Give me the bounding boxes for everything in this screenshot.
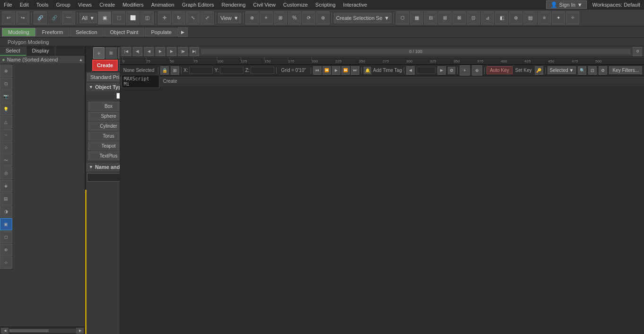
tab-object-paint[interactable]: Object Paint [104, 28, 145, 36]
timeline-progress[interactable]: 0 / 100 [201, 49, 631, 54]
extra1-btn[interactable]: ✦ [552, 11, 565, 25]
rotate-tool[interactable]: ↻ [172, 11, 185, 25]
time-nav-next-key[interactable]: |▶ [178, 47, 188, 56]
menu-customize[interactable]: Customize [279, 1, 312, 9]
snap2-btn[interactable]: ⊞ [274, 11, 287, 25]
sidebar-icon-body[interactable]: ◎ [0, 167, 12, 179]
bind-space-warp[interactable]: 〰 [62, 11, 75, 25]
set-key-btn[interactable]: ⊛ [472, 65, 482, 76]
scroll-left-btn[interactable]: ◀ [1, 328, 9, 334]
align4-btn[interactable]: ⊡ [467, 11, 480, 25]
scroll-track[interactable] [9, 329, 76, 333]
select-region2[interactable]: ⬜ [126, 11, 139, 25]
obj-box[interactable]: Box [88, 102, 120, 111]
standard-primitives-dropdown[interactable]: Standard Primitives ▼ [87, 73, 120, 81]
play-prev-frame[interactable]: ⏪ [322, 66, 331, 75]
undo-button[interactable]: ↩ [2, 11, 15, 25]
absolute-btn[interactable]: ⊞ [171, 66, 179, 75]
y-input[interactable] [220, 67, 244, 74]
z-input[interactable] [251, 67, 274, 74]
sidebar-icon-layer[interactable]: ▤ [0, 193, 12, 205]
explorer-tab-select[interactable]: Select [0, 46, 26, 56]
tab-more[interactable]: ▶ [178, 27, 188, 37]
ribbon-btn[interactable]: ≡ [538, 11, 551, 25]
align3-btn[interactable]: ⊠ [453, 11, 466, 25]
sidebar-icon-filter[interactable]: ⊡ [0, 78, 12, 90]
tab-selection[interactable]: Selection [70, 28, 103, 36]
misc-btn[interactable]: ⊛ [316, 11, 330, 25]
sidebar-icon-shapes[interactable]: △ [0, 116, 12, 128]
sidebar-icon-misc[interactable]: ⊛ [0, 244, 12, 256]
menu-civil-view[interactable]: Civil View [249, 1, 279, 9]
add-key-btn[interactable]: + [460, 65, 470, 76]
sidebar-icon-helper[interactable]: ☆ [0, 141, 12, 154]
sidebar-icon-1[interactable]: ⊕ [0, 65, 12, 77]
menu-group[interactable]: Group [52, 1, 74, 9]
set-key-mode-btn[interactable]: 🔑 [535, 66, 543, 75]
name-color-header[interactable]: ▼ Name and Color [86, 163, 120, 171]
time-nav-prev-key[interactable]: ◀| [133, 47, 142, 56]
object-name-input[interactable] [87, 173, 120, 182]
search-btn[interactable]: 🔍 [578, 66, 586, 75]
sidebar-icon-misc2[interactable]: ⊹ [0, 256, 12, 269]
filter-key-btn[interactable]: ⊡ [588, 66, 597, 75]
time-left-btn[interactable]: ◀ [406, 66, 415, 75]
menu-tools[interactable]: Tools [33, 1, 52, 9]
menu-create[interactable]: Create [96, 1, 119, 9]
sidebar-icon-hide[interactable]: ◑ [0, 205, 12, 218]
x-input[interactable] [189, 67, 213, 74]
settings-btn[interactable]: ⚙ [599, 66, 607, 75]
tab-populate[interactable]: Populate [145, 28, 177, 36]
play-first-frame[interactable]: ⏮ [313, 66, 322, 75]
mirror-btn[interactable]: ⬡ [396, 11, 409, 25]
create-panel-icon[interactable]: + [93, 47, 104, 59]
scroll-right-btn[interactable]: ▶ [76, 328, 84, 334]
obj-textplus[interactable]: TextPlus [88, 151, 120, 160]
obj-torus[interactable]: Torus [88, 132, 120, 141]
modify-panel-icon[interactable]: ⊠ [105, 47, 117, 59]
add-time-tag-icon[interactable]: 🔔 [364, 67, 371, 74]
menu-rendering[interactable]: Rendering [218, 1, 250, 9]
explorer-header[interactable]: ● Name (Sorted Ascend ▲ [0, 56, 85, 64]
spinner-btn[interactable]: ⟳ [302, 11, 315, 25]
unlink-button[interactable]: 🔗 [48, 11, 61, 25]
snap-btn[interactable]: + [260, 11, 273, 25]
lock-selection-btn[interactable]: 🔒 [160, 66, 169, 75]
menu-animation[interactable]: Animation [148, 1, 178, 9]
autogrid-checkbox[interactable] [116, 93, 120, 99]
menu-edit[interactable]: Edit [16, 1, 33, 9]
view-dropdown[interactable]: View ▼ [218, 13, 241, 23]
obj-cylinder[interactable]: Cylinder [88, 122, 120, 131]
create-selection-set[interactable]: Create Selection Se ▼ [334, 13, 392, 23]
menu-scripting[interactable]: Scripting [312, 1, 339, 9]
link-button[interactable]: 🔗 [34, 11, 47, 25]
window-crossing[interactable]: ◫ [140, 11, 154, 25]
selected-dropdown[interactable]: Selected ▼ [548, 66, 576, 74]
scale-tool2[interactable]: ⤢ [200, 11, 214, 25]
sidebar-icon-bone[interactable]: ◈ [0, 180, 12, 192]
auto-key-btn[interactable]: Auto Key [487, 66, 513, 74]
explorer-tab-display[interactable]: Display [26, 46, 55, 56]
percentsnap-btn[interactable]: % [288, 11, 301, 25]
key-filters-btn[interactable]: Key Filters... [609, 66, 642, 74]
create-button[interactable]: Create [92, 60, 118, 71]
obj-sphere[interactable]: Sphere [88, 112, 120, 121]
timeline-ruler[interactable]: 0 25 50 75 100 125 150 175 200 225 250 2… [120, 57, 644, 64]
sidebar-icon-active[interactable]: ▣ [0, 218, 12, 230]
align6-btn[interactable]: ◧ [495, 11, 508, 25]
select-object[interactable]: ▣ [98, 11, 111, 25]
extra2-btn[interactable]: ✧ [566, 11, 579, 25]
move-tool[interactable]: ✛ [158, 11, 171, 25]
play-next-frame[interactable]: ⏩ [341, 66, 350, 75]
time-nav-first[interactable]: |◀ [122, 47, 131, 56]
time-input[interactable]: 0 [417, 67, 435, 74]
obj-teapot[interactable]: Teapot [88, 141, 120, 150]
time-nav-next[interactable]: ▶ [167, 47, 176, 56]
sidebar-icon-camera[interactable]: 📷 [0, 90, 12, 103]
time-settings-btn[interactable]: ⚙ [448, 67, 455, 74]
menu-interactive[interactable]: Interactive [339, 1, 371, 9]
time-right-btn[interactable]: ▶ [437, 66, 446, 75]
object-type-header[interactable]: ▼ Object Type [86, 83, 120, 91]
play-last-frame[interactable]: ⏭ [351, 66, 359, 75]
array-btn[interactable]: ▦ [410, 11, 423, 25]
